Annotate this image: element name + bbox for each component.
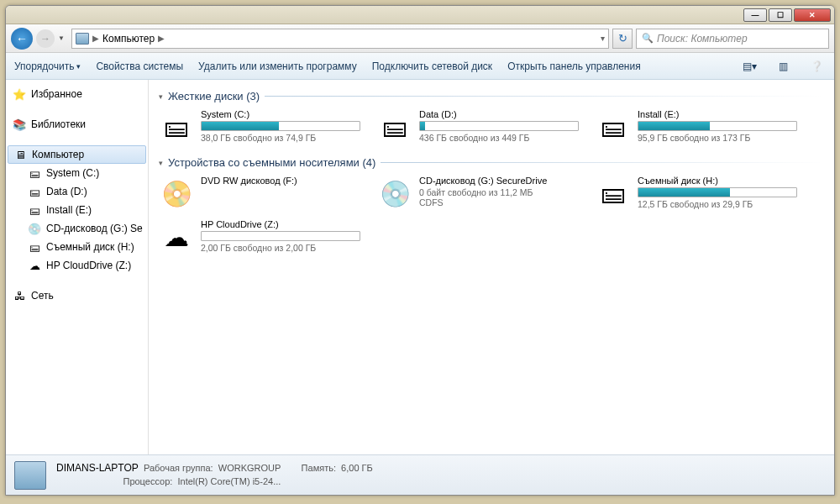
drive-stat: 436 ГБ свободно из 449 ГБ — [419, 133, 579, 143]
sidebar-label: Сеть — [31, 290, 54, 302]
network-icon: 🖧 — [13, 289, 26, 302]
drive-item[interactable]: 🖴Съемный диск (H:)12,5 ГБ свободно из 29… — [596, 176, 797, 211]
drive-item[interactable]: 🖴Install (E:)95,9 ГБ свободно из 173 ГБ — [596, 109, 797, 144]
capacity-bar — [201, 231, 360, 241]
preview-pane-button[interactable]: ▥ — [774, 57, 792, 76]
workgroup-label: Рабочая группа: — [144, 463, 213, 473]
drive-icon: 🖴 — [28, 203, 41, 217]
drive-icon: 🖴 — [377, 109, 412, 144]
drive-info: CD-дисковод (G:) SecureDrive0 байт свобо… — [419, 176, 579, 211]
breadcrumb-arrow-icon: ▶ — [158, 34, 165, 43]
drive-name: Data (D:) — [419, 109, 579, 119]
sidebar-label: Съемный диск (H:) — [46, 241, 134, 253]
group-header-hdd[interactable]: ▾ Жесткие диски (3) — [159, 90, 824, 102]
statusbar: DIMANS-LAPTOP Рабочая группа: WORKGROUP … — [6, 454, 834, 495]
search-input[interactable]: Поиск: Компьютер — [636, 29, 829, 49]
sidebar-drive-z[interactable]: ☁HP CloudDrive (Z:) — [6, 256, 148, 275]
drive-name: HP CloudDrive (Z:) — [201, 219, 360, 229]
sidebar-computer[interactable]: 🖥Компьютер — [8, 145, 146, 164]
removable-drives-row: 📀DVD RW дисковод (F:)💿CD-дисковод (G:) S… — [159, 176, 824, 255]
titlebar: — ☐ ✕ — [6, 6, 834, 24]
computer-name: DIMANS-LAPTOP — [56, 462, 139, 474]
workgroup-value: WORKGROUP — [218, 463, 281, 473]
drive-item[interactable]: 🖴System (C:)38,0 ГБ свободно из 74,9 ГБ — [159, 109, 360, 144]
drive-info: System (C:)38,0 ГБ свободно из 74,9 ГБ — [201, 109, 360, 144]
drive-info: HP CloudDrive (Z:)2,00 ГБ свободно из 2,… — [201, 219, 360, 255]
sidebar-label: HP CloudDrive (Z:) — [46, 260, 131, 271]
sidebar-label: System (C:) — [46, 167, 99, 179]
sidebar-drive-e[interactable]: 🖴Install (E:) — [6, 201, 148, 219]
sidebar-libraries[interactable]: 📚Библиотеки — [6, 115, 148, 134]
capacity-bar — [638, 187, 797, 197]
view-options-button[interactable]: ▤▾ — [740, 57, 759, 76]
cd-icon: 💿 — [28, 222, 41, 235]
maximize-button[interactable]: ☐ — [769, 8, 792, 22]
sidebar-label: Install (E:) — [46, 204, 92, 216]
refresh-button[interactable]: ↻ — [612, 29, 633, 49]
group-header-removable[interactable]: ▾ Устройства со съемными носителями (4) — [159, 156, 824, 169]
drive-icon: 🖴 — [596, 109, 631, 144]
main-pane: ▾ Жесткие диски (3) 🖴System (C:)38,0 ГБ … — [149, 80, 834, 454]
memory-value: 6,00 ГБ — [341, 463, 373, 473]
sidebar-drive-d[interactable]: 🖴Data (D:) — [6, 182, 148, 201]
drive-icon: ☁ — [159, 219, 194, 255]
drive-item[interactable]: 💿CD-дисковод (G:) SecureDrive0 байт своб… — [377, 176, 579, 211]
sidebar-drive-c[interactable]: 🖴System (C:) — [6, 164, 148, 182]
drive-name: Съемный диск (H:) — [638, 176, 797, 186]
system-properties-button[interactable]: Свойства системы — [96, 60, 183, 72]
map-network-drive-button[interactable]: Подключить сетевой диск — [372, 60, 492, 72]
organize-button[interactable]: Упорядочить — [14, 60, 81, 72]
sidebar-favorites[interactable]: ⭐Избранное — [6, 85, 148, 103]
divider — [265, 96, 824, 97]
usb-icon: 🖴 — [28, 240, 41, 254]
forward-button: → — [36, 29, 55, 48]
control-panel-button[interactable]: Открыть панель управления — [507, 60, 641, 72]
divider — [381, 162, 824, 163]
back-button[interactable]: ← — [11, 28, 33, 50]
cloud-icon: ☁ — [28, 259, 41, 272]
sidebar: ⭐Избранное 📚Библиотеки 🖥Компьютер 🖴Syste… — [6, 80, 149, 454]
drive-stat: 0 байт свободно из 11,2 МБ — [419, 187, 579, 197]
address-bar[interactable]: ▶ Компьютер ▶ ▾ — [71, 29, 609, 49]
drive-item[interactable]: 🖴Data (D:)436 ГБ свободно из 449 ГБ — [377, 109, 579, 144]
sidebar-drive-g[interactable]: 💿CD-дисковод (G:) Se — [6, 219, 148, 238]
memory-label: Память: — [302, 463, 336, 473]
group-title: Устройства со съемными носителями (4) — [168, 156, 375, 169]
capacity-bar — [638, 121, 797, 131]
drive-stat: 95,9 ГБ свободно из 173 ГБ — [638, 133, 797, 143]
collapse-icon: ▾ — [159, 92, 163, 101]
drive-info: Data (D:)436 ГБ свободно из 449 ГБ — [419, 109, 579, 144]
libraries-icon: 📚 — [13, 118, 26, 131]
drive-icon: 🖴 — [596, 176, 631, 211]
drive-stat: 2,00 ГБ свободно из 2,00 ГБ — [201, 243, 360, 253]
sidebar-label: CD-дисковод (G:) Se — [46, 223, 143, 234]
address-dropdown-icon[interactable]: ▾ — [601, 34, 605, 43]
toolbar: Упорядочить Свойства системы Удалить или… — [6, 53, 834, 80]
drive-info: Install (E:)95,9 ГБ свободно из 173 ГБ — [638, 109, 797, 144]
drive-icon: 🖴 — [28, 185, 41, 198]
cpu-value: Intel(R) Core(TM) i5-24... — [177, 476, 281, 486]
hdd-drives-row: 🖴System (C:)38,0 ГБ свободно из 74,9 ГБ🖴… — [159, 109, 824, 144]
computer-icon: 🖥 — [13, 148, 27, 161]
computer-icon — [76, 33, 89, 45]
drive-stat: 12,5 ГБ свободно из 29,9 ГБ — [638, 199, 797, 209]
close-button[interactable]: ✕ — [794, 8, 831, 22]
drive-item[interactable]: 📀DVD RW дисковод (F:) — [159, 176, 360, 211]
drive-stat: CDFS — [419, 197, 579, 207]
breadcrumb-arrow-icon: ▶ — [92, 34, 99, 43]
sidebar-label: Библиотеки — [31, 118, 86, 130]
sidebar-network[interactable]: 🖧Сеть — [6, 286, 148, 305]
drive-icon: 🖴 — [159, 109, 194, 144]
uninstall-program-button[interactable]: Удалить или изменить программу — [198, 60, 357, 72]
sidebar-drive-h[interactable]: 🖴Съемный диск (H:) — [6, 238, 148, 256]
minimize-button[interactable]: — — [743, 8, 767, 22]
history-dropdown[interactable]: ▼ — [58, 34, 68, 42]
drive-name: System (C:) — [201, 109, 360, 119]
drive-icon: 📀 — [159, 176, 194, 211]
help-button[interactable]: ❔ — [807, 57, 826, 76]
drive-stat: 38,0 ГБ свободно из 74,9 ГБ — [201, 133, 360, 143]
drive-item[interactable]: ☁HP CloudDrive (Z:)2,00 ГБ свободно из 2… — [159, 219, 360, 255]
sidebar-label: Компьютер — [32, 149, 84, 160]
breadcrumb-item[interactable]: Компьютер — [102, 33, 155, 45]
status-text: DIMANS-LAPTOP Рабочая группа: WORKGROUP … — [56, 461, 373, 488]
